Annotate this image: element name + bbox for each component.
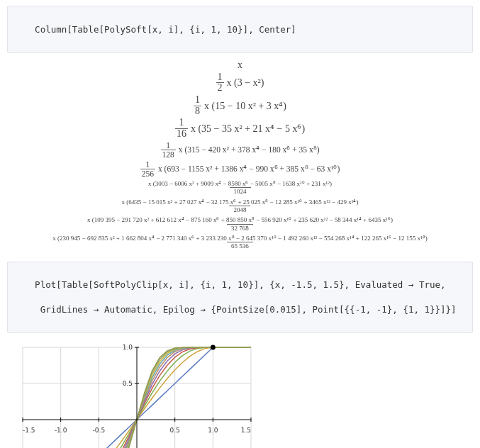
epilog-point — [211, 345, 216, 350]
svg-text:-0.5: -0.5 — [93, 427, 106, 435]
poly-row-8: x (6435 − 15 015 x² + 27 027 x⁴ − 32 175… — [7, 197, 473, 215]
code-text-2b: GridLines → Automatic, Epilog → {PointSi… — [35, 304, 457, 315]
svg-text:-1.0: -1.0 — [55, 427, 67, 435]
code-cell-2: Plot[Table[SoftPolyClip[x, i], {i, 1, 10… — [7, 262, 473, 334]
code-text-1: Column[Table[PolySoft[x, i], {i, 1, 10}]… — [35, 24, 296, 35]
poly-row-5: 1 128 x (315 − 420 x² + 378 x⁴ − 180 x⁶ … — [7, 140, 473, 159]
poly-row-9: x (109 395 − 291 720 x² + 612 612 x⁴ − 8… — [7, 215, 473, 233]
poly-row-6: 1 256 x (693 − 1155 x² + 1386 x⁴ − 990 x… — [7, 159, 473, 179]
plot-svg: -1.5-1.0-0.50.51.01.5-1.0-0.50.51.0 — [3, 339, 258, 448]
svg-text:0.5: 0.5 — [170, 427, 180, 435]
poly-row-4: 1 16 x (35 − 35 x² + 21 x⁴ − 5 x⁶) — [7, 117, 473, 140]
poly-row-2: 1 2 x (3 − x²) — [7, 72, 473, 94]
poly-row-10: x (230 945 − 692 835 x² + 1 662 804 x⁴ −… — [7, 233, 473, 252]
poly-row-3: 1 8 x (15 − 10 x² + 3 x⁴) — [7, 94, 473, 117]
svg-text:1.5: 1.5 — [241, 427, 251, 435]
svg-text:-1.5: -1.5 — [23, 427, 35, 435]
poly-row-7: x (3003 − 6006 x² + 9009 x⁴ − 8580 x⁶ − … — [7, 179, 473, 197]
svg-text:0.5: 0.5 — [123, 380, 133, 387]
plot-output: -1.5-1.0-0.50.51.01.5-1.0-0.50.51.0 — [3, 339, 473, 448]
svg-text:1.0: 1.0 — [208, 427, 218, 435]
polysoft-output: x 1 2 x (3 − x²) 1 8 x (15 − 10 x² + 3 x… — [7, 59, 473, 252]
poly-row-1: x — [7, 59, 473, 72]
svg-text:1.0: 1.0 — [123, 344, 133, 351]
code-cell-1: Column[Table[PolySoft[x, i], {i, 1, 10}]… — [7, 6, 473, 53]
code-text-2a: Plot[Table[SoftPolyClip[x, i], {i, 1, 10… — [35, 279, 445, 290]
